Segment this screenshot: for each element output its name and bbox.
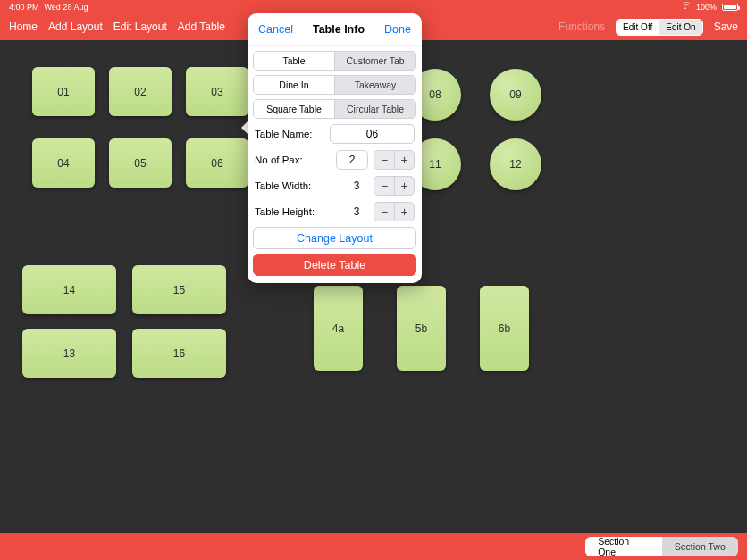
- table-5b[interactable]: 5b: [397, 286, 446, 371]
- seg-dinein[interactable]: Dine In: [254, 76, 334, 94]
- plus-icon[interactable]: +: [394, 151, 414, 169]
- section-one-tab[interactable]: Section One: [585, 537, 661, 556]
- table-15[interactable]: 15: [132, 265, 226, 314]
- table-09[interactable]: 09: [490, 69, 541, 121]
- nav-home[interactable]: Home: [9, 21, 38, 33]
- nav-functions[interactable]: Functions: [558, 21, 605, 33]
- edit-mode-toggle[interactable]: Edit Off Edit On: [616, 19, 703, 36]
- label-pax: No of Pax:: [255, 155, 331, 165]
- input-pax[interactable]: [336, 150, 368, 170]
- table-03[interactable]: 03: [186, 67, 248, 116]
- nav-add-layout[interactable]: Add Layout: [48, 21, 103, 33]
- battery-percent: 100%: [696, 3, 717, 12]
- seg-table[interactable]: Table: [254, 52, 334, 70]
- done-button[interactable]: Done: [384, 23, 411, 36]
- footer-bar: Section One Section Two: [0, 533, 747, 560]
- table-12[interactable]: 12: [490, 138, 541, 190]
- plus-icon[interactable]: +: [394, 177, 414, 195]
- minus-icon[interactable]: −: [374, 203, 394, 221]
- seg-takeaway[interactable]: Takeaway: [334, 76, 415, 94]
- section-switcher[interactable]: Section One Section Two: [585, 537, 738, 556]
- minus-icon[interactable]: −: [374, 151, 394, 169]
- table-4a[interactable]: 4a: [314, 286, 363, 371]
- table-info-popover: Cancel Table Info Done Table Customer Ta…: [248, 13, 422, 283]
- change-layout-button[interactable]: Change Layout: [253, 227, 416, 249]
- label-height: Table Height:: [255, 206, 340, 217]
- stepper-height[interactable]: − +: [374, 202, 415, 221]
- section-two-tab[interactable]: Section Two: [662, 537, 738, 556]
- delete-table-button[interactable]: Delete Table: [253, 254, 416, 276]
- table-02[interactable]: 02: [109, 67, 172, 116]
- label-table-name: Table Name:: [255, 129, 324, 139]
- table-01[interactable]: 01: [32, 67, 95, 116]
- table-05[interactable]: 05: [109, 138, 172, 188]
- status-date: Wed 28 Aug: [45, 3, 88, 12]
- seg-circular[interactable]: Circular Table: [334, 100, 415, 118]
- table-14[interactable]: 14: [22, 265, 116, 314]
- stepper-pax[interactable]: − +: [374, 150, 415, 170]
- edit-off-button[interactable]: Edit Off: [617, 20, 659, 35]
- table-16[interactable]: 16: [132, 329, 226, 378]
- seg-shape[interactable]: Square Table Circular Table: [253, 99, 416, 119]
- seg-customer-tab[interactable]: Customer Tab: [334, 52, 415, 70]
- edit-on-button[interactable]: Edit On: [659, 20, 701, 35]
- status-bar: 4:00 PM Wed 28 Aug 100%: [0, 0, 747, 13]
- value-height: 3: [345, 205, 368, 218]
- status-time: 4:00 PM: [9, 3, 39, 12]
- cancel-button[interactable]: Cancel: [258, 23, 293, 36]
- nav-edit-layout[interactable]: Edit Layout: [113, 21, 167, 33]
- nav-save[interactable]: Save: [714, 21, 738, 33]
- seg-service-type[interactable]: Dine In Takeaway: [253, 75, 416, 95]
- stepper-width[interactable]: − +: [374, 176, 415, 196]
- table-6b[interactable]: 6b: [480, 286, 529, 371]
- wifi-icon: [680, 2, 691, 12]
- plus-icon[interactable]: +: [394, 203, 414, 221]
- input-table-name[interactable]: [330, 124, 415, 144]
- label-width: Table Width:: [255, 180, 340, 191]
- battery-icon: [722, 4, 738, 11]
- table-06[interactable]: 06: [186, 138, 248, 188]
- popover-title: Table Info: [313, 23, 365, 36]
- seg-square[interactable]: Square Table: [254, 100, 334, 118]
- value-width: 3: [345, 180, 368, 192]
- table-13[interactable]: 13: [22, 329, 116, 378]
- table-04[interactable]: 04: [32, 138, 95, 188]
- seg-table-type[interactable]: Table Customer Tab: [253, 51, 416, 71]
- minus-icon[interactable]: −: [374, 177, 394, 195]
- nav-add-table[interactable]: Add Table: [178, 21, 225, 33]
